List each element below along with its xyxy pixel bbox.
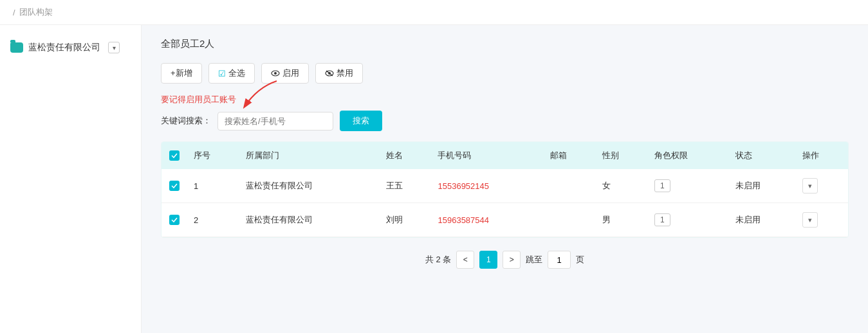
jump-input[interactable]: [548, 251, 571, 269]
header-department: 所属部门: [239, 142, 380, 169]
jump-label: 跳至: [526, 254, 542, 266]
header-gender: 性别: [596, 142, 648, 169]
row-operation: ▾: [796, 169, 848, 203]
row-gender: 男: [596, 203, 648, 237]
row-phone: 15963587544: [431, 203, 544, 237]
page-suffix: 页: [576, 254, 584, 266]
row-status: 未启用: [729, 169, 796, 203]
row-name: 刘明: [380, 203, 432, 237]
row-checkbox-0[interactable]: [169, 181, 180, 191]
next-page-button[interactable]: >: [503, 251, 521, 269]
table-header-row: 序号 所属部门 姓名 手机号码 邮箱 性别 角色权限 状态 操作: [162, 142, 848, 169]
row-gender: 女: [596, 169, 648, 203]
row-index: 2: [187, 203, 239, 237]
row-index: 1: [187, 169, 239, 203]
row-checkbox-cell: [162, 169, 187, 203]
total-count: 共 2 条: [425, 254, 451, 266]
operation-dropdown-1[interactable]: ▾: [802, 212, 818, 228]
row-role: 1: [648, 169, 730, 203]
breadcrumb-separator: /: [13, 8, 15, 17]
pagination: 共 2 条 < 1 > 跳至 页: [161, 238, 849, 282]
operation-dropdown-0[interactable]: ▾: [802, 178, 818, 194]
prev-page-button[interactable]: <: [456, 251, 474, 269]
header-phone: 手机号码: [431, 142, 544, 169]
header-checkbox[interactable]: [169, 150, 180, 161]
row-name: 王五: [380, 169, 432, 203]
header-email: 邮箱: [544, 142, 596, 169]
company-item[interactable]: 蓝松责任有限公司 ▾: [0, 35, 141, 60]
row-status: 未启用: [729, 203, 796, 237]
employee-table: 序号 所属部门 姓名 手机号码 邮箱 性别 角色权限 状态 操作: [161, 141, 849, 238]
row-department: 蓝松责任有限公司: [239, 169, 380, 203]
header-name: 姓名: [380, 142, 432, 169]
eye-slash-icon: [325, 69, 334, 78]
header-checkbox-cell: [162, 142, 187, 169]
folder-icon: [10, 42, 23, 53]
breadcrumb-current: 团队构架: [19, 6, 53, 18]
row-role: 1: [648, 203, 730, 237]
row-phone: 15536952145: [431, 169, 544, 203]
table-row: 1 蓝松责任有限公司 王五 15536952145 女 1 未启用 ▾: [162, 169, 848, 203]
table-row: 2 蓝松责任有限公司 刘明 15963587544 男 1 未启用 ▾: [162, 203, 848, 237]
company-dropdown-arrow[interactable]: ▾: [108, 42, 120, 53]
content-area: 全部员工2人 +新增 ☑ 全选 启用: [142, 25, 868, 333]
current-page-button[interactable]: 1: [479, 251, 497, 269]
row-operation: ▾: [796, 203, 848, 237]
chevron-down-icon: ▾: [113, 44, 116, 51]
row-email: [544, 169, 596, 203]
sidebar: 蓝松责任有限公司 ▾: [0, 25, 142, 333]
header-role: 角色权限: [648, 142, 730, 169]
header-operation: 操作: [796, 142, 848, 169]
breadcrumb: / 团队构架: [0, 0, 868, 25]
row-checkbox-cell: [162, 203, 187, 237]
header-index: 序号: [187, 142, 239, 169]
svg-point-1: [274, 72, 277, 75]
checkbox-icon: ☑: [218, 69, 226, 78]
red-arrow-annotation: [238, 75, 315, 113]
row-department: 蓝松责任有限公司: [239, 203, 380, 237]
disable-button[interactable]: 禁用: [315, 63, 363, 84]
row-email: [544, 203, 596, 237]
row-checkbox-1[interactable]: [169, 215, 180, 225]
page-title: 全部员工2人: [161, 38, 849, 50]
search-button[interactable]: 搜索: [340, 111, 382, 131]
add-button[interactable]: +新增: [161, 63, 202, 84]
disable-label: 禁用: [337, 68, 353, 79]
header-status: 状态: [729, 142, 796, 169]
company-name: 蓝松责任有限公司: [28, 42, 100, 53]
search-label: 关键词搜索：: [161, 115, 211, 127]
